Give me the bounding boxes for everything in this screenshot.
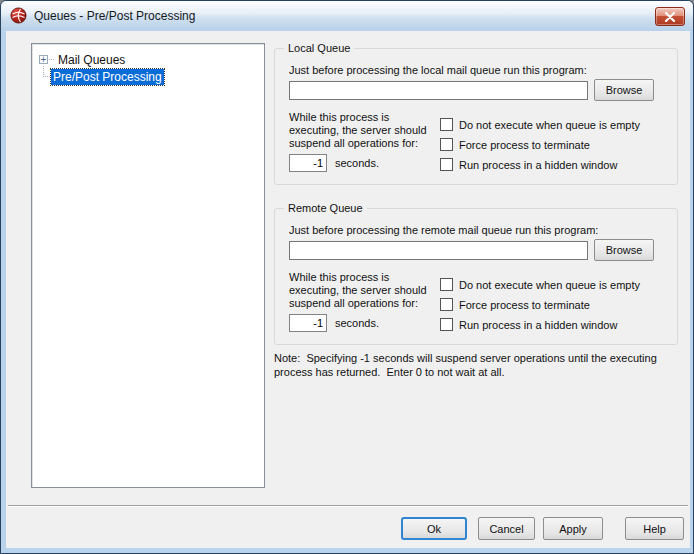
checkbox-label: Run process in a hidden window (459, 319, 617, 331)
checkbox-label: Force process to terminate (459, 299, 590, 311)
remote-checkbox-do-not-execute[interactable]: Do not execute when queue is empty (440, 278, 640, 291)
remote-program-input[interactable] (289, 241, 588, 260)
group-title: Local Queue (284, 42, 354, 54)
expand-plus-icon[interactable]: + (39, 55, 48, 64)
cancel-button[interactable]: Cancel (478, 517, 535, 540)
mdaemon-app-icon (10, 7, 27, 24)
local-program-label: Just before processing the local mail qu… (289, 64, 587, 76)
note-text: Note: Specifying -1 seconds will suspend… (274, 351, 694, 379)
ok-button[interactable]: Ok (401, 517, 467, 540)
checkbox-icon[interactable] (440, 118, 453, 131)
remote-seconds-suffix: seconds. (335, 317, 379, 329)
local-browse-button[interactable]: Browse (594, 79, 654, 101)
tree-item-mail-queues[interactable]: + Mail Queues (32, 51, 264, 68)
remote-checkbox-hidden-window[interactable]: Run process in a hidden window (440, 318, 617, 331)
local-checkbox-do-not-execute[interactable]: Do not execute when queue is empty (440, 118, 640, 131)
checkbox-label: Force process to terminate (459, 139, 590, 151)
help-button[interactable]: Help (625, 517, 684, 540)
remote-seconds-input[interactable] (289, 314, 327, 332)
checkbox-icon[interactable] (440, 158, 453, 171)
local-checkbox-force-terminate[interactable]: Force process to terminate (440, 138, 590, 151)
remote-queue-group: Remote Queue Just before processing the … (274, 208, 678, 345)
local-seconds-input[interactable] (289, 154, 327, 172)
remote-program-label: Just before processing the remote mail q… (289, 224, 598, 236)
local-program-input[interactable] (289, 81, 588, 100)
remote-browse-button[interactable]: Browse (594, 239, 654, 261)
tree-connector (49, 59, 54, 60)
checkbox-icon[interactable] (440, 138, 453, 151)
local-checkbox-hidden-window[interactable]: Run process in a hidden window (440, 158, 617, 171)
tree-item-pre-post-processing[interactable]: Pre/Post Processing (32, 68, 264, 85)
window-title: Queues - Pre/Post Processing (34, 9, 195, 23)
local-seconds-suffix: seconds. (335, 157, 379, 169)
tree-item-label: Pre/Post Processing (51, 69, 164, 85)
close-button[interactable] (655, 7, 685, 26)
tree-connector (43, 66, 50, 77)
checkbox-label: Run process in a hidden window (459, 159, 617, 171)
remote-checkbox-force-terminate[interactable]: Force process to terminate (440, 298, 590, 311)
navigation-tree[interactable]: + Mail Queues Pre/Post Processing (31, 43, 265, 488)
close-x-icon (664, 12, 676, 22)
title-bar[interactable]: Queues - Pre/Post Processing (1, 1, 693, 30)
group-title: Remote Queue (284, 202, 367, 214)
checkbox-icon[interactable] (440, 278, 453, 291)
tree-item-label: Mail Queues (56, 52, 127, 68)
dialog-window: Queues - Pre/Post Processing + Mail Queu… (0, 0, 694, 554)
checkbox-icon[interactable] (440, 318, 453, 331)
checkbox-label: Do not execute when queue is empty (459, 119, 640, 131)
local-queue-group: Local Queue Just before processing the l… (274, 48, 678, 185)
footer-separator (8, 505, 688, 507)
apply-button[interactable]: Apply (543, 517, 603, 540)
dialog-body: + Mail Queues Pre/Post Processing Local … (6, 31, 690, 548)
checkbox-icon[interactable] (440, 298, 453, 311)
checkbox-label: Do not execute when queue is empty (459, 279, 640, 291)
